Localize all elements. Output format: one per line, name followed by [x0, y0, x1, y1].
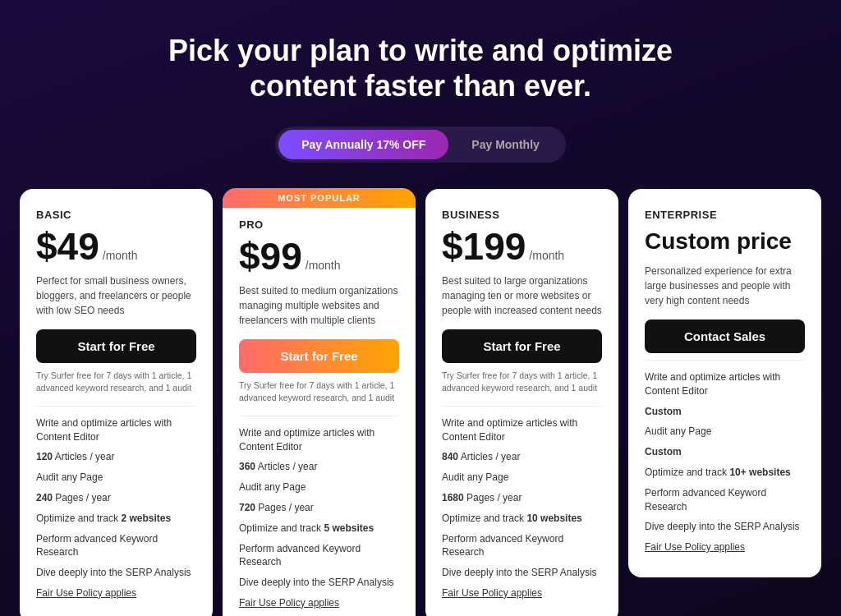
feature-item: Audit any Page	[36, 471, 196, 485]
plan-features-basic: Write and optimize articles with Content…	[36, 406, 196, 600]
feature-item: Write and optimize articles with Content…	[442, 416, 602, 444]
plan-price-row-basic: $49 /month	[36, 228, 196, 265]
feature-item: Audit any Page	[239, 480, 399, 494]
feature-item: 720 Pages / year	[239, 501, 399, 515]
feature-item: Perform advanced Keyword Research	[36, 532, 196, 560]
plan-btn-business[interactable]: Start for Free	[442, 329, 602, 363]
plan-price-unit-basic: /month	[103, 249, 138, 262]
feature-item: 1680 Pages / year	[442, 491, 602, 505]
plan-desc-pro: Best suited to medium organizations mana…	[239, 283, 399, 328]
feature-item: Audit any Page	[442, 471, 602, 485]
plan-features-pro: Write and optimize articles with Content…	[239, 416, 399, 610]
feature-item: Optimize and track 2 websites	[36, 512, 196, 526]
feature-item: Custom	[645, 445, 805, 459]
feature-item: 240 Pages / year	[36, 491, 196, 505]
feature-item: Dive deeply into the SERP Analysis	[36, 566, 196, 580]
fair-use-link-enterprise[interactable]: Fair Use Policy applies	[645, 541, 745, 553]
feature-item: Perform advanced Keyword Research	[239, 542, 399, 570]
plan-btn-pro[interactable]: Start for Free	[239, 339, 399, 373]
plan-desc-basic: Perfect for small business owners, blogg…	[36, 274, 196, 318]
feature-item: Write and optimize articles with Content…	[645, 370, 805, 398]
billing-monthly-btn[interactable]: Pay Monthly	[448, 130, 562, 159]
feature-item: 360 Articles / year	[239, 460, 399, 474]
trial-note-basic: Try Surfer free for 7 days with 1 articl…	[36, 370, 196, 393]
billing-annual-btn[interactable]: Pay Annually 17% OFF	[278, 130, 448, 159]
plan-price-business: $199	[442, 228, 526, 265]
billing-toggle: Pay Annually 17% OFF Pay Monthly	[275, 126, 566, 163]
feature-item: Optimize and track 10 websites	[442, 512, 602, 526]
page-container: Pick your plan to write and optimize con…	[0, 0, 841, 616]
plan-card-business: BUSINESS $199 /month Best suited to larg…	[425, 189, 618, 616]
plan-desc-business: Best suited to large organizations manag…	[442, 274, 602, 318]
feature-item: Audit any Page	[645, 425, 805, 439]
plan-card-enterprise: ENTERPRISECustom pricePersonalized exper…	[628, 189, 821, 577]
plan-card-basic: BASIC $49 /month Perfect for small busin…	[20, 189, 213, 616]
fair-use-link-business[interactable]: Fair Use Policy applies	[442, 587, 542, 599]
plan-price-basic: $49	[36, 228, 99, 265]
feature-item: Perform advanced Keyword Research	[442, 532, 602, 560]
feature-item: Optimize and track 10+ websites	[645, 466, 805, 480]
plan-price-unit-business: /month	[529, 249, 564, 262]
trial-note-business: Try Surfer free for 7 days with 1 articl…	[442, 370, 602, 393]
feature-item: Dive deeply into the SERP Analysis	[645, 520, 805, 534]
plan-name-enterprise: ENTERPRISE	[645, 209, 805, 221]
feature-item: 120 Articles / year	[36, 450, 196, 464]
plan-price-row-pro: $99 /month	[239, 237, 399, 275]
feature-item: Custom	[645, 405, 805, 419]
feature-item: Fair Use Policy applies	[442, 586, 602, 600]
feature-item: Dive deeply into the SERP Analysis	[239, 576, 399, 590]
feature-item: Dive deeply into the SERP Analysis	[442, 566, 602, 580]
plan-name-business: BUSINESS	[442, 209, 602, 221]
plan-btn-enterprise[interactable]: Contact Sales	[645, 319, 805, 353]
plans-container: BASIC $49 /month Perfect for small busin…	[16, 189, 825, 616]
plan-features-business: Write and optimize articles with Content…	[442, 406, 602, 600]
page-headline: Pick your plan to write and optimize con…	[125, 33, 716, 103]
plan-price-pro: $99	[239, 237, 302, 275]
plan-price-row-business: $199 /month	[442, 228, 602, 265]
feature-item: Fair Use Policy applies	[36, 586, 196, 600]
plan-features-enterprise: Write and optimize articles with Content…	[645, 360, 805, 554]
fair-use-link-basic[interactable]: Fair Use Policy applies	[36, 587, 136, 599]
plan-name-basic: BASIC	[36, 209, 196, 221]
plan-price-enterprise: Custom price	[645, 228, 805, 255]
feature-item: Write and optimize articles with Content…	[239, 426, 399, 454]
feature-item: Perform advanced Keyword Research	[645, 486, 805, 514]
trial-note-pro: Try Surfer free for 7 days with 1 articl…	[239, 379, 399, 403]
plan-card-pro: MOST POPULARPRO $99 /month Best suited t…	[223, 189, 416, 616]
plan-desc-enterprise: Personalized experience for extra large …	[645, 264, 805, 308]
fair-use-link-pro[interactable]: Fair Use Policy applies	[239, 597, 339, 609]
plan-name-pro: PRO	[239, 218, 399, 231]
popular-banner: MOST POPULAR	[223, 188, 416, 208]
feature-item: Optimize and track 5 websites	[239, 522, 399, 536]
plan-price-unit-pro: /month	[306, 259, 341, 272]
feature-item: Write and optimize articles with Content…	[36, 416, 196, 444]
plan-btn-basic[interactable]: Start for Free	[36, 329, 196, 363]
feature-item: 840 Articles / year	[442, 450, 602, 464]
feature-item: Fair Use Policy applies	[239, 596, 399, 610]
feature-item: Fair Use Policy applies	[645, 540, 805, 554]
